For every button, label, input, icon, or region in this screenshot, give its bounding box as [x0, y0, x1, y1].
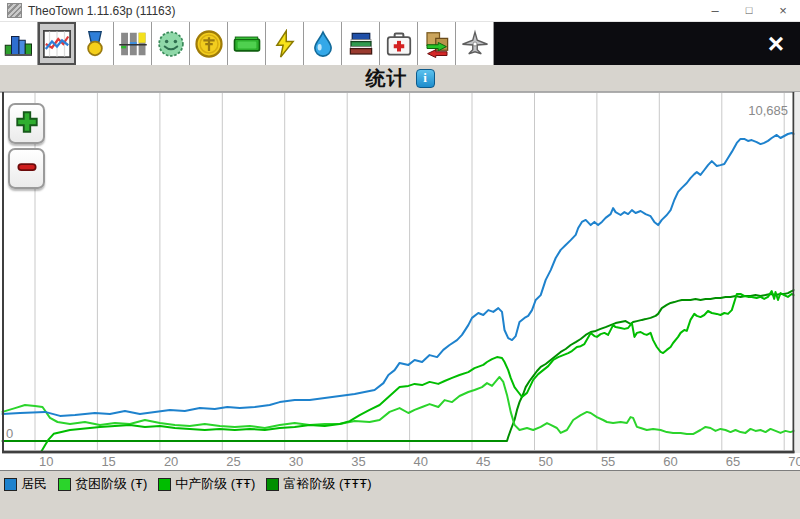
chart-canvas: 10152025303540455055606570010,685 — [0, 92, 800, 470]
svg-text:20: 20 — [164, 454, 178, 469]
theotown-window: TheoTown 1.11.63p (11163) – □ × — [0, 0, 800, 519]
legend-label: 富裕阶级 (ŦŦŦ) — [283, 475, 371, 493]
toolbar-button-water[interactable] — [304, 22, 342, 65]
toolbar-button-education[interactable] — [342, 22, 380, 65]
close-dialog-button[interactable]: × — [768, 30, 784, 58]
city-buildings-icon — [4, 29, 34, 59]
svg-text:10: 10 — [39, 454, 53, 469]
toolbar-button-zones[interactable] — [114, 22, 152, 65]
zoom-out-button[interactable] — [8, 148, 45, 189]
health-medkit-icon — [384, 29, 414, 59]
page-title: 统计 — [366, 65, 408, 92]
svg-text:15: 15 — [101, 454, 115, 469]
svg-text:35: 35 — [351, 454, 365, 469]
airport-plane-icon — [460, 29, 490, 59]
dialog-header: 统计 i — [0, 65, 800, 92]
svg-text:10,685: 10,685 — [748, 103, 788, 118]
money-banknote-icon — [232, 29, 262, 59]
residents-swatch — [4, 478, 17, 491]
poor-class-swatch — [58, 478, 71, 491]
plus-icon — [14, 109, 40, 139]
window-title: TheoTown 1.11.63p (11163) — [28, 4, 175, 18]
minimize-button[interactable]: – — [698, 0, 732, 21]
toolbar-button-airport[interactable] — [456, 22, 494, 65]
toolbar-button-currency[interactable] — [190, 22, 228, 65]
toolbar-button-city[interactable] — [0, 22, 38, 65]
app-icon — [7, 3, 22, 18]
legend-item-wealthy-class: 富裕阶级 (ŦŦŦ) — [266, 475, 371, 493]
legend-item-middle-class: 中产阶级 (ŦŦ) — [158, 475, 255, 493]
rating-medal-icon — [80, 29, 110, 59]
toolbar-button-trade[interactable] — [418, 22, 456, 65]
svg-text:70: 70 — [788, 454, 800, 469]
titlebar: TheoTown 1.11.63p (11163) – □ × — [0, 0, 800, 22]
happiness-smiley-icon — [156, 29, 186, 59]
legend-label: 中产阶级 (ŦŦ) — [175, 475, 255, 493]
statistics-chart-icon — [42, 29, 72, 59]
minus-icon — [14, 154, 40, 184]
toolbar-button-statistics[interactable] — [38, 22, 76, 65]
wealthy-class-swatch — [266, 478, 279, 491]
maximize-button[interactable]: □ — [732, 0, 766, 21]
toolbar-button-happiness[interactable] — [152, 22, 190, 65]
svg-text:50: 50 — [539, 454, 553, 469]
toolbar: × — [0, 22, 800, 65]
toolbar-button-rating[interactable] — [76, 22, 114, 65]
toolbar-button-money[interactable] — [228, 22, 266, 65]
water-drop-icon — [308, 29, 338, 59]
svg-text:30: 30 — [289, 454, 303, 469]
legend-item-poor-class: 贫困阶级 (Ŧ) — [58, 475, 147, 493]
info-icon[interactable]: i — [416, 69, 435, 88]
zones-bars-icon — [118, 29, 148, 59]
close-window-button[interactable]: × — [766, 0, 800, 21]
window-controls: – □ × — [698, 0, 800, 21]
svg-text:0: 0 — [6, 426, 13, 441]
svg-text:25: 25 — [226, 454, 240, 469]
zoom-in-button[interactable] — [8, 103, 45, 144]
svg-text:60: 60 — [663, 454, 677, 469]
svg-text:45: 45 — [476, 454, 490, 469]
currency-coin-icon — [194, 29, 224, 59]
legend-label: 居民 — [21, 475, 47, 493]
bottom-bar: 居民 贫困阶级 (Ŧ) 中产阶级 (ŦŦ) 富裕阶级 (ŦŦŦ) — [0, 470, 800, 519]
svg-text:55: 55 — [601, 454, 615, 469]
middle-class-swatch — [158, 478, 171, 491]
toolbar-button-energy[interactable] — [266, 22, 304, 65]
education-books-icon — [346, 29, 376, 59]
toolbar-button-health[interactable] — [380, 22, 418, 65]
energy-lightning-icon — [270, 29, 300, 59]
svg-text:40: 40 — [414, 454, 428, 469]
chart-legend: 居民 贫困阶级 (Ŧ) 中产阶级 (ŦŦ) 富裕阶级 (ŦŦŦ) — [4, 475, 371, 493]
statistics-chart-plot: 10152025303540455055606570010,685 — [0, 92, 800, 470]
legend-item-residents: 居民 — [4, 475, 47, 493]
trade-boxes-icon — [422, 29, 452, 59]
legend-label: 贫困阶级 (Ŧ) — [75, 475, 147, 493]
svg-text:65: 65 — [726, 454, 740, 469]
